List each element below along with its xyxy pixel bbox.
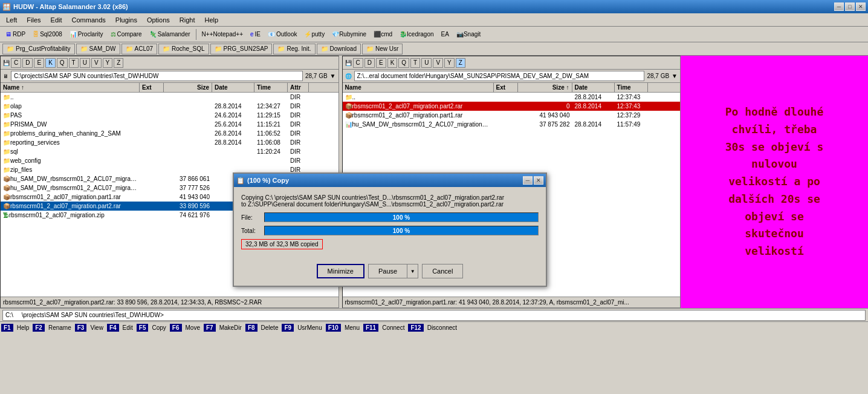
pause-button[interactable]: Pause xyxy=(368,264,407,278)
rdrive-d[interactable]: D xyxy=(364,58,375,68)
left-col-ext[interactable]: Ext xyxy=(140,83,164,92)
fkey-label-f2[interactable]: Rename xyxy=(45,324,75,332)
drive-u[interactable]: U xyxy=(80,58,90,68)
toolbar-salamander[interactable]: 🦎Salamander xyxy=(146,28,193,41)
close-button[interactable]: ✕ xyxy=(856,2,866,11)
toolbar-snagit[interactable]: 📷Snagit xyxy=(453,28,484,41)
menu-files[interactable]: Files xyxy=(22,14,45,26)
fkey-label-f1[interactable]: Help xyxy=(13,324,33,332)
toolbar-putty[interactable]: ⚡putty xyxy=(301,28,328,41)
toolbar-sql2008[interactable]: 🗄Sql2008 xyxy=(30,28,65,41)
left-col-size[interactable]: Size xyxy=(164,83,212,92)
bookmark-download[interactable]: 📁Download xyxy=(317,44,361,54)
rdrive-y[interactable]: Y xyxy=(444,58,455,68)
menu-plugins[interactable]: Plugins xyxy=(111,14,142,26)
rdrive-v[interactable]: V xyxy=(433,58,443,68)
fkey-label-f6[interactable]: Move xyxy=(182,324,204,332)
fkey-f11[interactable]: F11 Connect xyxy=(363,323,408,333)
left-col-name[interactable]: Name ↑ xyxy=(1,83,140,92)
menu-left[interactable]: Left xyxy=(1,14,22,26)
table-row[interactable]: 📁.. 28.8.2014 12:37:43 xyxy=(343,93,681,102)
fkey-label-f5[interactable]: Copy xyxy=(148,324,169,332)
bookmark-prg-cust[interactable]: 📁Prg_CustProfitability xyxy=(2,44,75,54)
fkey-label-f3[interactable]: View xyxy=(86,324,107,332)
table-row[interactable]: 📦rbsmscrm01_2_acl07_migration.part1.rar … xyxy=(343,111,681,120)
rdrive-u[interactable]: U xyxy=(421,58,432,68)
maximize-button[interactable]: □ xyxy=(845,2,855,11)
rdrive-z[interactable]: Z xyxy=(456,58,465,68)
table-row[interactable]: 📁.. DIR xyxy=(1,93,338,102)
rdrive-c[interactable]: C xyxy=(353,58,363,68)
rdrive-k[interactable]: K xyxy=(387,58,398,68)
menu-options[interactable]: Options xyxy=(142,14,175,26)
menu-right[interactable]: Right xyxy=(175,14,200,26)
rdrive-q[interactable]: Q xyxy=(398,58,409,68)
rdrive-e[interactable]: E xyxy=(376,58,386,68)
table-row[interactable]: 📁web_config DIR xyxy=(1,156,338,165)
fkey-f8[interactable]: F8 Delete xyxy=(245,323,282,333)
fkey-label-f4[interactable]: Edit xyxy=(119,324,137,332)
toolbar-outlook[interactable]: 📧Outlook xyxy=(265,28,300,41)
right-col-time[interactable]: Time xyxy=(615,83,648,92)
drive-v[interactable]: V xyxy=(91,58,102,68)
fkey-f1[interactable]: F1 Help xyxy=(1,323,33,333)
left-col-date[interactable]: Date xyxy=(212,83,254,92)
fkey-f3[interactable]: F3 View xyxy=(75,323,107,333)
table-row[interactable]: 📁PRISMA_DW 25.6.2014 11:15:21 DIR xyxy=(1,120,338,129)
table-row[interactable]: 📁problems_during_when_chaning_2_SAM 26.8… xyxy=(1,129,338,138)
drive-y[interactable]: Y xyxy=(103,58,113,68)
menu-commands[interactable]: Commands xyxy=(67,14,111,26)
bookmark-acl07[interactable]: 📁ACL07 xyxy=(121,44,158,54)
toolbar-notepadpp[interactable]: N++Notepad++ xyxy=(199,28,246,41)
fkey-label-f12[interactable]: Disconnect xyxy=(424,324,461,332)
pause-dropdown-btn[interactable]: ▼ xyxy=(407,264,418,278)
fkey-label-f11[interactable]: Connect xyxy=(378,324,408,332)
dialog-minimize-btn[interactable]: ─ xyxy=(523,176,533,185)
fkey-f10[interactable]: F10 Menu xyxy=(326,323,363,333)
toolbar-cmd[interactable]: ⬛cmd xyxy=(371,28,395,41)
path-bottom-input[interactable] xyxy=(2,310,866,321)
fkey-label-f9[interactable]: UsrMenu xyxy=(294,324,326,332)
fkey-f5[interactable]: F5 Copy xyxy=(137,323,170,333)
drive-k[interactable]: K xyxy=(45,58,56,68)
table-row[interactable]: 📦rbsmscrm01_2_acl07_migration.part2.rar … xyxy=(343,102,681,111)
fkey-label-f10[interactable]: Menu xyxy=(341,324,363,332)
fkey-f4[interactable]: F4 Edit xyxy=(107,323,137,333)
dialog-close-btn[interactable]: ✕ xyxy=(534,176,543,185)
menu-edit[interactable]: Edit xyxy=(46,14,67,26)
toolbar-rubymine[interactable]: 💎Rubymine xyxy=(329,28,369,41)
left-col-attr[interactable]: Attr xyxy=(288,83,309,92)
toolbar-icedragon[interactable]: 🐉Icedragon xyxy=(397,28,436,41)
right-col-ext[interactable]: Ext xyxy=(494,83,518,92)
fkey-f9[interactable]: F9 UsrMenu xyxy=(282,323,325,333)
drive-c[interactable]: C xyxy=(11,58,21,68)
bookmark-new-usr[interactable]: 📁New Usr xyxy=(362,44,403,54)
table-row[interactable]: 📁reporting_services 28.8.2014 11:06:08 D… xyxy=(1,138,338,147)
bookmark-reg-init[interactable]: 📁Reg. Init. xyxy=(273,44,315,54)
right-col-name[interactable]: Name xyxy=(343,83,494,92)
drive-t[interactable]: T xyxy=(69,58,79,68)
left-col-time[interactable]: Time xyxy=(254,83,288,92)
toolbar-rdp[interactable]: 🖥RDP xyxy=(2,28,28,41)
drive-z[interactable]: Z xyxy=(114,58,123,68)
minimize-dialog-button[interactable]: Minimize xyxy=(317,264,364,278)
bookmark-roche-sql[interactable]: 📁Roche_SQL xyxy=(158,44,209,54)
title-bar-controls[interactable]: ─ □ ✕ xyxy=(834,2,866,11)
right-col-size[interactable]: Size ↑ xyxy=(518,83,572,92)
toolbar-ea[interactable]: EA xyxy=(438,28,452,41)
fkey-f6[interactable]: F6 Move xyxy=(170,323,204,333)
fkey-f7[interactable]: F7 MakeDir xyxy=(204,323,245,333)
bookmark-sam-dw[interactable]: 📁SAM_DW xyxy=(76,44,120,54)
table-row[interactable]: 📊hu_SAM_DW_rbsmscrm01_2_ACL07_migration_… xyxy=(343,120,681,129)
table-row[interactable]: 📁sql 11:20:24 DIR xyxy=(1,147,338,156)
left-path-input[interactable] xyxy=(11,71,303,81)
toolbar-ie[interactable]: eIE xyxy=(247,28,264,41)
minimize-button[interactable]: ─ xyxy=(834,2,844,11)
right-path-input[interactable] xyxy=(354,71,645,81)
menu-help[interactable]: Help xyxy=(200,14,224,26)
toolbar-proclarity[interactable]: 📊Proclarity xyxy=(66,28,106,41)
table-row[interactable]: 📁PAS 24.6.2014 11:29:15 DIR xyxy=(1,111,338,120)
fkey-f12[interactable]: F12 Disconnect xyxy=(408,323,461,333)
table-row[interactable]: 📁olap 28.8.2014 12:34:27 DIR xyxy=(1,102,338,111)
fkey-label-f8[interactable]: Delete xyxy=(257,324,282,332)
